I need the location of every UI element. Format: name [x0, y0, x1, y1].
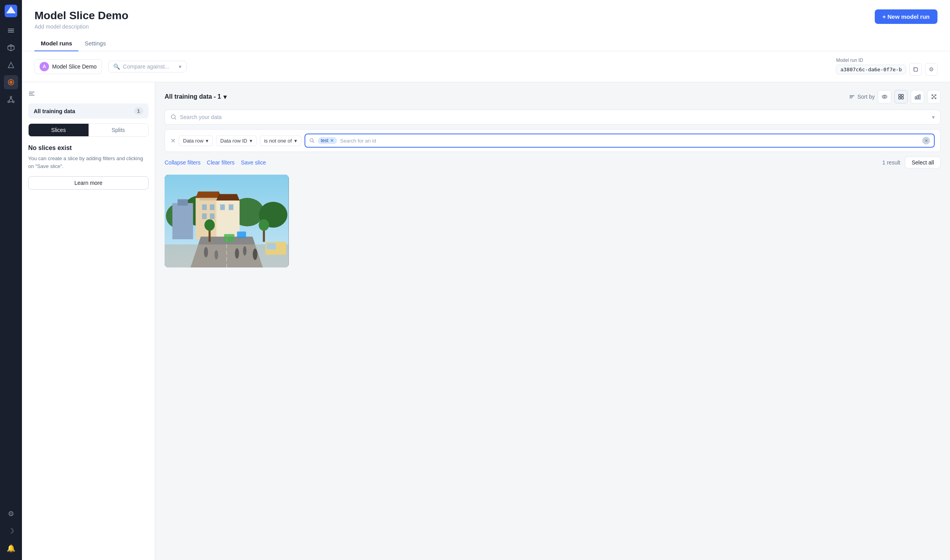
bar-chart-view-button[interactable]	[911, 90, 924, 103]
no-slices-title: No slices exist	[28, 145, 149, 152]
filter-search-input[interactable]: test ✕ Search for an id ✕	[305, 134, 935, 148]
settings-icon[interactable]: ⚙	[4, 507, 18, 521]
scatter-view-button[interactable]	[927, 90, 941, 103]
filter-clear-x-button[interactable]: ✕	[922, 137, 930, 145]
filter-tag-label: test	[321, 138, 328, 143]
svg-line-42	[313, 141, 314, 143]
svg-point-13	[8, 101, 9, 103]
model-run-bar: A Model Slice Demo 🔍 Compare against... …	[22, 51, 950, 82]
svg-point-36	[932, 98, 933, 99]
logo-icon[interactable]	[5, 5, 17, 17]
sidebar-nodes-icon[interactable]	[4, 92, 18, 107]
filter-actions: Collapse filters Clear filters Save slic…	[165, 157, 941, 168]
data-title-chevron-icon: ▾	[223, 93, 227, 101]
filter-tag-remove-button[interactable]: ✕	[330, 138, 334, 143]
compare-dropdown[interactable]: 🔍 Compare against... ▾	[108, 61, 187, 72]
svg-rect-4	[8, 32, 14, 33]
results-count: 1 result	[882, 159, 900, 166]
bell-icon[interactable]: 🔔	[4, 541, 18, 555]
sidebar-layers-icon[interactable]	[4, 23, 18, 38]
svg-line-16	[11, 98, 13, 101]
clear-filters-link[interactable]: Clear filters	[207, 159, 235, 166]
content-area: A Model Slice Demo 🔍 Compare against... …	[22, 51, 950, 560]
svg-rect-28	[901, 94, 903, 96]
data-title: All training data - 1	[165, 93, 221, 100]
image-card[interactable]	[165, 175, 289, 267]
filter-field-chevron-icon: ▾	[206, 138, 208, 144]
view-controls: Sort by	[849, 90, 941, 103]
splits-tab[interactable]: Splits	[89, 124, 149, 136]
model-badge[interactable]: A Model Slice Demo	[34, 59, 102, 74]
svg-point-37	[934, 96, 935, 98]
new-model-run-button[interactable]: + New model run	[875, 9, 937, 24]
svg-rect-30	[901, 97, 903, 99]
svg-point-68	[243, 246, 247, 256]
search-chevron-icon: ▾	[932, 114, 935, 120]
svg-rect-54	[216, 201, 239, 239]
filter-condition-dropdown[interactable]: Data row ID ▾	[216, 135, 257, 146]
sidebar-cube-icon[interactable]	[4, 41, 18, 55]
svg-line-15	[9, 98, 11, 101]
svg-point-65	[204, 247, 208, 257]
model-run-id-value: a3807c6c-da6e-0f7e-b	[836, 65, 906, 74]
model-run-id-label: Model run ID	[836, 58, 937, 63]
all-training-label: All training data	[34, 108, 75, 114]
data-search-bar[interactable]: Search your data ▾	[165, 110, 941, 125]
svg-rect-60	[220, 204, 225, 210]
filter-condition-label: Data row ID	[220, 138, 247, 144]
copy-id-button[interactable]	[909, 63, 922, 76]
svg-point-14	[13, 101, 14, 103]
svg-point-75	[259, 219, 269, 231]
page-subtitle: Add model description	[34, 23, 129, 30]
moon-icon[interactable]: ☽	[4, 524, 18, 538]
svg-marker-8	[8, 62, 14, 68]
slices-tab[interactable]: Slices	[29, 124, 89, 136]
filter-operator-label: is not one of	[264, 138, 292, 144]
learn-more-button[interactable]: Learn more	[28, 176, 149, 190]
sort-by-label: Sort by	[858, 94, 875, 100]
sidebar: ⚙ ☽ 🔔	[0, 0, 22, 560]
grid-view-button[interactable]	[894, 90, 908, 103]
all-training-data-row[interactable]: All training data 1	[28, 103, 149, 119]
tab-settings[interactable]: Settings	[78, 36, 112, 51]
svg-point-11	[11, 82, 11, 83]
sidebar-chart-icon[interactable]	[4, 58, 18, 72]
svg-rect-33	[919, 95, 920, 99]
collapse-filters-link[interactable]: Collapse filters	[165, 159, 201, 166]
data-title-dropdown[interactable]: All training data - 1 ▾	[165, 93, 227, 101]
svg-rect-58	[202, 213, 207, 219]
filter-remove-button[interactable]: ✕	[170, 137, 176, 145]
settings-gear-button[interactable]: ⚙	[925, 63, 937, 76]
svg-rect-61	[229, 204, 234, 210]
svg-point-26	[884, 96, 885, 98]
svg-rect-31	[915, 97, 916, 99]
right-panel: All training data - 1 ▾ Sort by	[155, 82, 950, 560]
svg-line-40	[175, 118, 176, 119]
eye-view-button[interactable]	[878, 90, 891, 103]
page-title: Model Slice Demo	[34, 9, 129, 22]
filter-operator-dropdown[interactable]: is not one of ▾	[260, 135, 301, 146]
filter-operator-chevron-icon: ▾	[294, 138, 297, 144]
left-panel: All training data 1 Slices Splits No sli…	[22, 82, 155, 560]
tab-model-runs[interactable]: Model runs	[34, 36, 78, 51]
search-placeholder: Search your data	[180, 114, 222, 120]
save-slice-link[interactable]: Save slice	[241, 159, 266, 166]
svg-rect-50	[178, 199, 188, 206]
sort-by-button[interactable]: Sort by	[849, 94, 875, 100]
avatar: A	[40, 62, 49, 71]
svg-point-38	[935, 98, 936, 99]
svg-rect-32	[917, 96, 918, 99]
svg-rect-59	[210, 213, 214, 219]
sidebar-target-icon[interactable]	[4, 75, 18, 89]
collapse-panel-button[interactable]	[28, 90, 149, 97]
svg-point-69	[253, 249, 257, 260]
select-all-button[interactable]: Select all	[905, 157, 941, 168]
svg-rect-71	[237, 231, 246, 238]
svg-point-73	[205, 219, 215, 231]
filter-field-dropdown[interactable]: Data row ▾	[179, 135, 213, 146]
svg-point-39	[171, 115, 175, 119]
svg-marker-53	[196, 191, 221, 198]
svg-point-12	[10, 96, 12, 98]
data-header: All training data - 1 ▾ Sort by	[165, 90, 941, 103]
svg-rect-18	[914, 68, 917, 71]
